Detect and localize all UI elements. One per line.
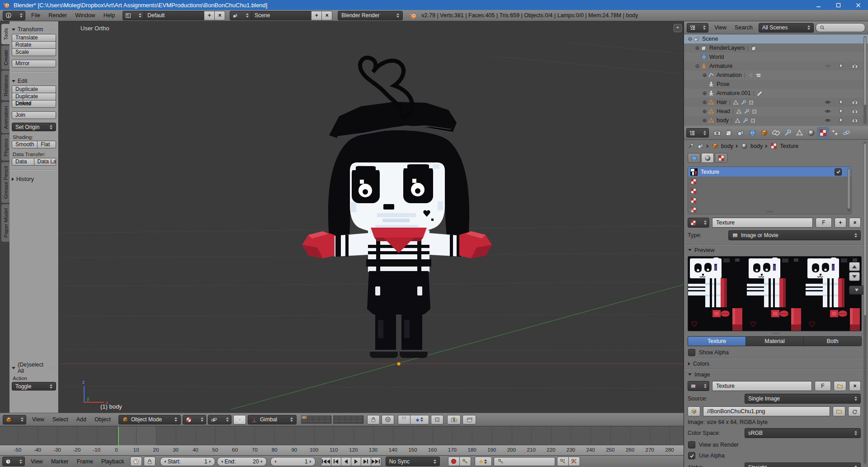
add-layout-button[interactable]: + <box>204 11 215 20</box>
restrict-cursor-icon[interactable] <box>838 63 844 69</box>
outliner-row-body[interactable]: ⊕body| <box>684 116 868 125</box>
viewport-canvas[interactable]: z y x <box>59 21 684 413</box>
jump-last-button[interactable] <box>371 457 381 466</box>
layer-cell[interactable] <box>333 419 340 423</box>
properties-tab-constraints[interactable] <box>770 128 782 138</box>
outliner-scrollbar[interactable] <box>863 36 867 124</box>
image-name-field[interactable]: Texture <box>712 381 812 391</box>
current-frame-playhead[interactable] <box>118 426 119 445</box>
expand-toggle-icon[interactable]: ⊕ <box>701 108 708 114</box>
restrict-eye-icon[interactable] <box>825 99 831 105</box>
alpha-mode-select[interactable]: Straight <box>745 462 861 467</box>
breadcrumb-material[interactable]: body <box>750 143 763 149</box>
restrict-eye-icon[interactable] <box>825 108 831 114</box>
image-filepath-field[interactable]: //BonBonChuChu1.png <box>703 406 830 416</box>
scale[interactable]: Scale <box>12 48 56 56</box>
panel-header-edit[interactable]: Edit:::: <box>12 76 56 86</box>
expand-toggle-icon[interactable]: ⊕ <box>701 117 708 124</box>
restrict-cursor-icon[interactable] <box>838 117 844 124</box>
delete[interactable]: Delete <box>12 100 56 108</box>
menu-window[interactable]: Window <box>71 12 99 19</box>
texture-slot-3[interactable] <box>688 195 851 205</box>
texture-slot-0[interactable]: Texture <box>688 167 851 176</box>
timeline-menu-view[interactable]: View <box>27 458 47 465</box>
properties-tab-render[interactable] <box>712 128 723 138</box>
snap-element-select[interactable]: ◆ <box>410 415 429 424</box>
proportional-edit-button[interactable] <box>382 415 394 424</box>
properties-tab-renderlayers[interactable] <box>723 128 735 138</box>
timeline-menu-playback[interactable]: Playback <box>97 458 128 465</box>
list-resize-grip[interactable]: ══ <box>766 209 774 214</box>
texture-browse-button[interactable] <box>688 218 709 228</box>
menu-file[interactable]: File <box>27 12 44 19</box>
panel-header-history[interactable]: History <box>12 175 56 184</box>
preview-resize-grip[interactable]: ══ <box>684 332 868 334</box>
slot-specials-menu-button[interactable] <box>849 286 864 295</box>
timeline-band[interactable] <box>0 426 684 445</box>
image-unlink-button[interactable]: × <box>849 381 861 391</box>
layer-cell[interactable] <box>313 419 319 423</box>
view-as-render-checkbox[interactable] <box>688 441 695 448</box>
color-space-select[interactable]: sRGB <box>745 428 861 438</box>
shelf-tab-animation[interactable]: Animation <box>1 102 9 133</box>
set-origin-dropdown[interactable]: Set Origin <box>12 123 56 131</box>
timeline-menu-marker[interactable]: Marker <box>47 458 73 465</box>
restrict-camera-icon[interactable] <box>852 63 858 69</box>
sync-mode-select[interactable]: No Sync <box>386 457 440 466</box>
expand-toggle-icon[interactable]: ⊕ <box>701 72 708 78</box>
delete-keyframe-button[interactable] <box>568 457 580 466</box>
outliner-row-armature[interactable]: ⊖Armature <box>684 62 868 71</box>
restrict-cursor-icon[interactable] <box>838 108 844 114</box>
properties-tab-texture[interactable] <box>817 128 829 138</box>
restrict-camera-icon[interactable] <box>852 99 858 105</box>
slot-move-up-button[interactable] <box>849 262 860 271</box>
prev-key-button[interactable] <box>331 457 341 466</box>
breadcrumb-texture[interactable]: Texture <box>780 143 798 149</box>
lock-to-scene-button[interactable] <box>367 415 380 424</box>
properties-tab-world[interactable] <box>747 128 758 138</box>
next-key-button[interactable] <box>361 457 371 466</box>
transfer-data-layo[interactable]: Data Layo <box>34 158 57 166</box>
editor-type-button[interactable] <box>3 11 25 20</box>
transfer-data[interactable]: Data <box>12 158 34 166</box>
outliner-row-pose[interactable]: Pose <box>684 80 868 89</box>
restrict-camera-icon[interactable] <box>852 108 858 114</box>
slot-enable-checkbox[interactable] <box>835 168 842 176</box>
outliner-row-animation[interactable]: ⊕Animation| <box>684 71 868 80</box>
shade-smooth[interactable]: Smooth <box>12 141 38 148</box>
outliner-row-armature-001[interactable]: ⊕Armature.001| <box>684 89 868 98</box>
add-scene-button[interactable]: + <box>311 11 322 20</box>
mode-select[interactable]: Object Mode <box>118 415 181 424</box>
transform-orientation-select[interactable]: Gimbal <box>248 415 297 424</box>
use-alpha-checkbox[interactable] <box>688 452 695 459</box>
viewport-shading-select[interactable] <box>183 415 206 424</box>
layer-cell[interactable] <box>319 419 325 423</box>
rotate[interactable]: Rotate <box>12 41 56 49</box>
preview-mode-both[interactable]: Both <box>803 336 862 346</box>
delete-layout-button[interactable]: × <box>214 11 225 20</box>
texture-context-texture-tab[interactable] <box>715 153 727 163</box>
outliner-row-head[interactable]: ⊕Head| <box>684 107 868 116</box>
expand-toggle-icon[interactable]: ⊕ <box>701 90 708 96</box>
screen-layout-field[interactable]: Default <box>144 11 204 20</box>
current-frame-field[interactable]: 1 <box>270 457 316 466</box>
layer-cell[interactable] <box>301 419 307 423</box>
timeline-menu-frame[interactable]: Frame <box>73 458 97 465</box>
image-fake-user-button[interactable]: F <box>815 381 831 391</box>
snap-target-button[interactable] <box>431 415 443 424</box>
panel-header-transform[interactable]: Transform:::: <box>12 25 56 34</box>
texture-name-field[interactable]: Texture <box>712 218 813 228</box>
shelf-tab-create[interactable]: Create <box>1 46 9 70</box>
outliner-row-hair[interactable]: ⊕Hair| <box>684 98 868 107</box>
active-keying-set-field[interactable] <box>494 457 555 466</box>
expand-toggle-icon[interactable]: ⊖ <box>687 36 693 42</box>
expand-toggle-icon[interactable]: ⊕ <box>694 45 701 51</box>
properties-tab-data[interactable] <box>794 128 805 138</box>
shelf-tab-grease-pencil[interactable]: Grease Pencil <box>1 162 9 203</box>
slot-move-down-button[interactable] <box>849 272 860 281</box>
texture-slot-2[interactable] <box>688 186 851 195</box>
properties-scrollbar[interactable] <box>863 142 867 464</box>
image-browse-button[interactable] <box>688 381 709 391</box>
outliner-row-world[interactable]: World <box>684 52 868 62</box>
outliner-menu-search[interactable]: Search <box>731 24 757 31</box>
